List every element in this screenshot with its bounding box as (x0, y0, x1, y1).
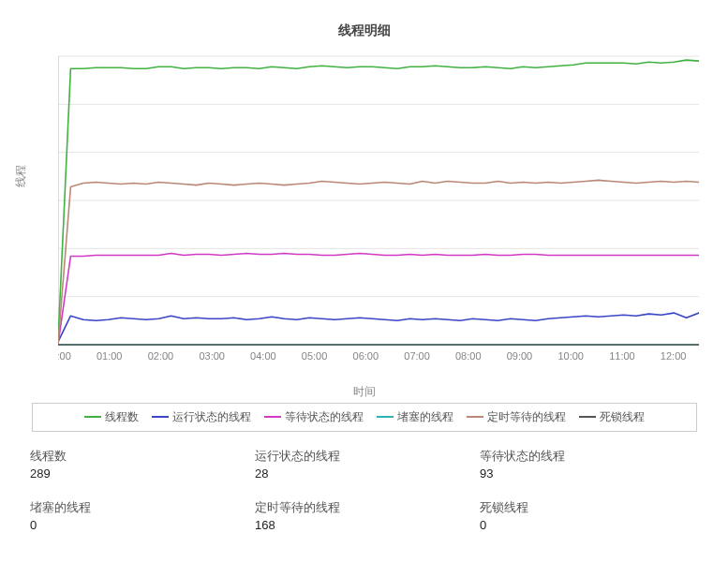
stat-value: 168 (255, 518, 480, 532)
stat-item: 定时等待的线程168 (255, 499, 480, 532)
svg-text:04:00: 04:00 (250, 350, 276, 362)
legend-item[interactable]: 堵塞的线程 (377, 409, 453, 425)
legend-swatch (152, 416, 169, 418)
x-axis-label: 时间 (0, 384, 728, 400)
chart-legend: 线程数运行状态的线程等待状态的线程堵塞的线程定时等待的线程死锁线程 (32, 403, 697, 432)
svg-text:03:00: 03:00 (199, 350, 225, 362)
svg-text:11:00: 11:00 (609, 350, 635, 362)
stat-value: 93 (480, 466, 705, 481)
svg-text:00:00: 00:00 (58, 350, 71, 362)
stat-value: 0 (480, 518, 705, 532)
legend-label: 定时等待的线程 (487, 409, 566, 425)
svg-text:05:00: 05:00 (302, 350, 328, 362)
legend-item[interactable]: 线程数 (84, 409, 139, 425)
stat-label: 死锁线程 (480, 499, 705, 516)
line-chart: 05010015020025030000:0001:0002:0003:0004… (58, 52, 699, 371)
legend-swatch (377, 416, 394, 418)
stat-value: 0 (30, 518, 255, 532)
stat-item: 运行状态的线程28 (255, 448, 480, 481)
legend-label: 死锁线程 (600, 409, 645, 425)
stat-item: 线程数289 (30, 448, 255, 481)
svg-text:10:00: 10:00 (557, 350, 584, 362)
svg-text:09:00: 09:00 (507, 350, 533, 362)
legend-swatch (84, 416, 101, 418)
stat-value: 289 (30, 466, 255, 481)
svg-text:07:00: 07:00 (404, 350, 430, 362)
chart-title: 线程明细 (0, 0, 728, 39)
stat-label: 定时等待的线程 (255, 499, 480, 516)
legend-item[interactable]: 等待状态的线程 (264, 409, 364, 425)
legend-label: 堵塞的线程 (397, 409, 453, 425)
svg-text:01:00: 01:00 (97, 350, 123, 362)
stats-grid: 线程数289运行状态的线程28等待状态的线程93堵塞的线程0定时等待的线程168… (30, 448, 705, 532)
svg-text:06:00: 06:00 (353, 350, 379, 362)
svg-text:02:00: 02:00 (148, 350, 174, 362)
stat-item: 等待状态的线程93 (480, 448, 705, 481)
y-axis-label: 线程 (13, 165, 29, 187)
legend-swatch (264, 416, 281, 418)
stat-label: 等待状态的线程 (480, 448, 705, 465)
legend-label: 线程数 (105, 409, 139, 425)
legend-swatch (467, 416, 483, 418)
legend-label: 等待状态的线程 (285, 409, 364, 425)
stat-item: 死锁线程0 (480, 499, 705, 532)
legend-item[interactable]: 死锁线程 (579, 409, 645, 425)
legend-item[interactable]: 定时等待的线程 (467, 409, 566, 425)
stat-label: 堵塞的线程 (30, 499, 255, 516)
stat-label: 运行状态的线程 (255, 448, 480, 465)
stat-value: 28 (255, 466, 480, 481)
stat-label: 线程数 (30, 448, 255, 465)
svg-text:08:00: 08:00 (455, 350, 482, 362)
stat-item: 堵塞的线程0 (30, 499, 255, 532)
legend-item[interactable]: 运行状态的线程 (152, 409, 251, 425)
legend-label: 运行状态的线程 (172, 409, 251, 425)
svg-text:12:00: 12:00 (661, 350, 687, 362)
legend-swatch (579, 416, 596, 418)
